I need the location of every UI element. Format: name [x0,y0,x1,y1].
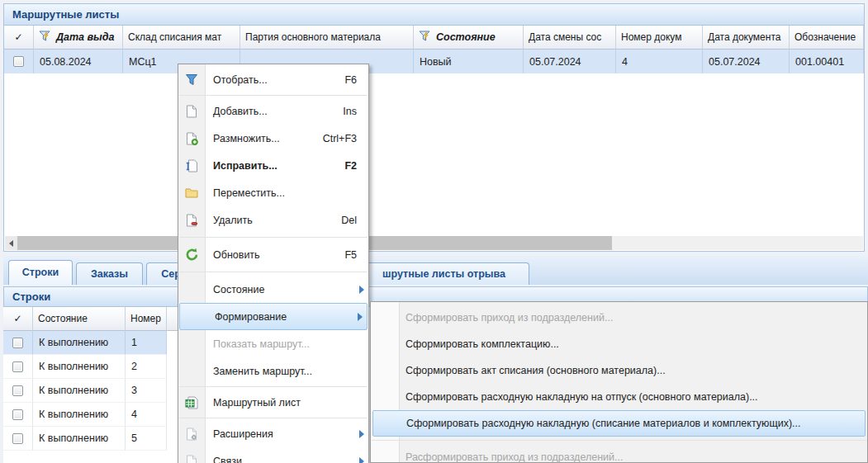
menu-item-dobavit[interactable]: Добавить... Ins [178,97,368,125]
links-icon [178,455,205,463]
column-header-doc-number[interactable]: Номер докум [616,26,703,50]
bottom-tabstrip: Строки Заказы Сер шрутные листы отрыва [3,256,868,285]
menu-separator [179,272,368,272]
cell-number: 3 [126,379,167,403]
menu-separator [372,440,866,441]
column-header-issue-date[interactable]: Дата выда [34,26,123,50]
row-checkbox-cell [3,403,33,427]
route-sheets-header-row: ✓ Дата выда Склад списания мат Партия ос… [4,26,864,50]
app-window: { "colors": { "accent_blue": "#2e75b6", … [0,0,868,463]
filter-icon [178,73,205,86]
cell-number: 2 [126,355,167,379]
menu-item-otobrat[interactable]: Отобрать... F6 [178,66,368,93]
submenu-item-rasformirovat-prihod[interactable]: Расформировать приход из подразделений..… [371,444,867,463]
scroll-left-button[interactable] [5,236,17,250]
column-header-state-change-date[interactable]: Дата смены сос [524,26,616,50]
menu-item-rasshireniya[interactable]: Расширения [178,420,368,447]
horizontal-scrollbar[interactable] [5,236,863,250]
cell-designation: 001.00401 [790,50,864,73]
column-header-designation[interactable]: Обозначение [790,26,864,50]
menu-item-razmnozhit[interactable]: Размножить... Ctrl+F3 [178,125,368,152]
column-header-check[interactable]: ✓ [4,26,34,50]
duplicate-icon [178,132,205,145]
cell-number: 1 [126,331,167,355]
menu-item-zamenit-marshrut[interactable]: Заменить маршрут... [178,357,368,385]
cell-state: К выполнению [33,331,126,355]
formirovanie-submenu: Сформировать приход из подразделений... … [370,301,868,463]
filter-funnel-icon [419,31,432,44]
column-header-state[interactable]: Состояние [33,307,126,331]
menu-item-svyazi[interactable]: Связи [178,447,368,463]
menu-separator [179,386,368,387]
menu-item-pokazat-marshrut[interactable]: Показать маршрут... [178,330,368,357]
menu-item-udalit[interactable]: Удалить Del [178,206,368,234]
cell-state: К выполнению [33,379,126,403]
menu-separator [179,95,368,96]
cell-number: 5 [126,427,167,451]
row-checkbox-cell [3,427,33,451]
row-checkbox-cell [4,50,34,73]
spreadsheet-icon [178,396,205,409]
submenu-item-komplektaciya[interactable]: Сформировать комплектацию... [371,331,867,357]
row-checkbox[interactable] [12,409,23,420]
submenu-item-prihod-iz-podrazdeleniy[interactable]: Сформировать приход из подразделений... [371,305,867,331]
cell-state-change-date: 05.07.2024 [524,50,616,73]
menu-separator [179,418,368,418]
row-checkbox-cell [3,355,33,379]
cell-number: 4 [126,403,167,427]
submenu-arrow-icon [359,286,364,294]
submenu-item-akt-spisaniya[interactable]: Сформировать акт списания (основного мат… [371,357,867,384]
row-checkbox[interactable] [13,56,24,67]
table-row[interactable]: 05.08.2024 МСц1 Новый 05.07.2024 4 05.07… [4,50,864,73]
folder-icon [178,187,205,198]
row-checkbox[interactable] [12,385,23,396]
row-checkbox[interactable] [12,361,23,372]
submenu-arrow-icon [358,313,363,321]
delete-icon [178,214,205,227]
filter-funnel-icon [39,31,52,44]
cell-issue-date: 05.08.2024 [34,50,123,73]
row-checkbox-cell [3,331,33,355]
checkmark-icon: ✓ [13,313,21,324]
cell-doc-number: 4 [616,50,703,73]
cell-doc-date: 05.07.2024 [703,50,790,73]
menu-separator [179,237,368,238]
row-checkbox-cell [3,379,33,403]
panel-title: Маршрутные листы [4,4,864,26]
edit-icon [178,159,205,172]
column-header-number[interactable]: Номер [126,307,167,331]
menu-item-formirovanie[interactable]: Формирование [179,303,368,330]
row-checkbox[interactable] [12,433,23,444]
cell-state: К выполнению [33,403,126,427]
menu-item-peremestit[interactable]: Переместить... [178,179,368,206]
menu-item-ispravit[interactable]: Исправить... F2 [178,152,368,179]
route-sheets-panel: Маршрутные листы ✓ Дата выда Склад списа… [3,3,865,252]
refresh-icon [178,248,205,262]
menu-item-marshrutny-list[interactable]: Маршрутный лист [178,389,368,416]
column-header-batch[interactable]: Партия основного материала [240,26,414,50]
submenu-item-rashodnaya-na-otpusk[interactable]: Сформировать расходную накладную на отпу… [371,384,867,410]
context-menu: Отобрать... F6 Добавить... Ins Размножит… [178,64,369,463]
submenu-arrow-icon [359,430,364,438]
extensions-icon [178,428,205,441]
cell-state: К выполнению [33,355,126,379]
column-header-doc-date[interactable]: Дата документа [703,26,790,50]
tab-stroki[interactable]: Строки [8,260,73,285]
menu-item-obnovit[interactable]: Обновить F5 [178,241,368,268]
cell-state: Новый [414,50,524,73]
column-header-state[interactable]: Состояние [414,26,524,50]
cell-state: К выполнению [33,427,126,451]
new-page-icon [178,105,205,118]
scroll-left-arrow-icon [9,240,13,247]
menu-item-sostoyanie[interactable]: Состояние [178,276,368,303]
checkmark-icon: ✓ [14,31,22,43]
submenu-item-rashodnaya-spisanie[interactable]: Сформировать расходную накладную (списан… [372,410,866,437]
row-checkbox[interactable] [12,338,23,348]
column-header-check[interactable]: ✓ [3,307,33,331]
tab-route-sheets-tear-off[interactable]: шрутные листы отрыва [358,262,529,285]
column-header-warehouse[interactable]: Склад списания мат [123,26,240,50]
submenu-arrow-icon [359,457,364,463]
tab-zakazy[interactable]: Заказы [76,262,143,285]
